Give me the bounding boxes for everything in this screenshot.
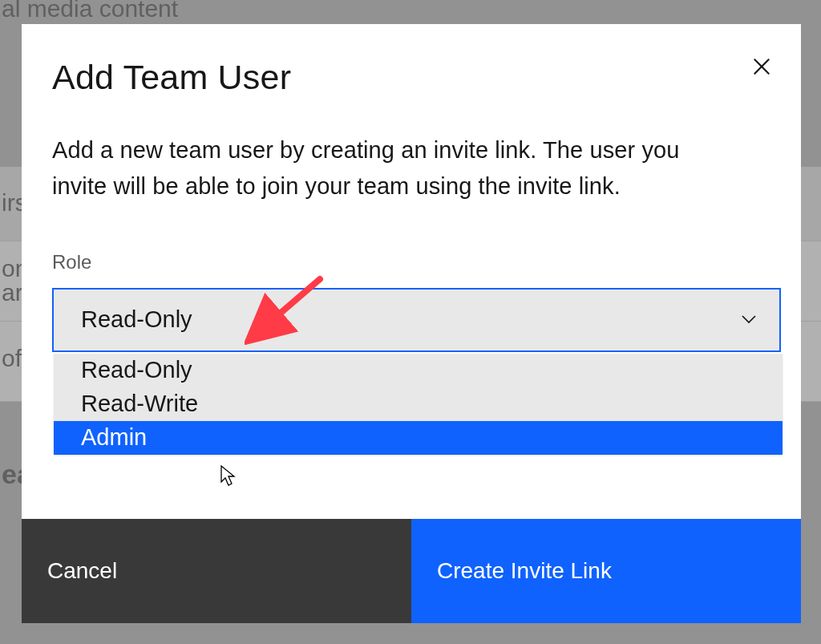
role-option-read-write[interactable]: Read-Write [54,387,783,421]
chevron-down-icon [741,313,757,327]
close-icon [751,56,772,77]
role-label: Role [52,251,770,273]
role-select[interactable]: Read-Only Read-Only Read-Write Admin [52,288,781,352]
role-select-value: Read-Only [81,306,192,333]
create-invite-link-button[interactable]: Create Invite Link [411,519,801,623]
role-option-admin[interactable]: Admin [54,421,783,455]
role-option-label: Admin [81,424,147,451]
role-dropdown: Read-Only Read-Write Admin [54,354,783,455]
cancel-button-label: Cancel [47,558,117,584]
add-team-user-modal: Add Team User Add a new team user by cre… [22,24,801,623]
modal-footer: Cancel Create Invite Link [22,519,801,623]
role-option-read-only[interactable]: Read-Only [54,354,783,387]
role-option-label: Read-Write [81,391,198,417]
modal-title: Add Team User [52,58,770,97]
create-button-label: Create Invite Link [437,558,612,584]
cancel-button[interactable]: Cancel [22,519,411,623]
role-option-label: Read-Only [81,357,192,383]
close-button[interactable] [748,53,775,80]
modal-body: Add Team User Add a new team user by cre… [22,24,801,519]
modal-description: Add a new team user by creating an invit… [52,132,694,205]
